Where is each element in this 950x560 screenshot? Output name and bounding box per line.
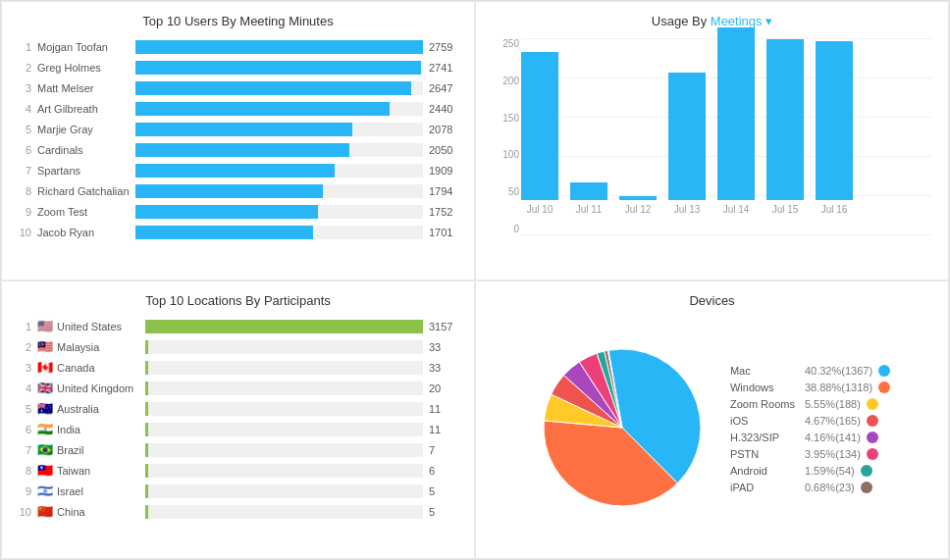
rank: 5	[18, 403, 31, 415]
usage-bar-group: Jul 11	[570, 182, 607, 215]
location-bar-row: 1 🇺🇸United States 3157	[18, 318, 458, 335]
rank: 3	[18, 362, 31, 374]
bar-chart-area: 250200150100500 Jul 10 Jul 11 Jul 12 Jul…	[492, 38, 932, 234]
legend-label: iOS	[730, 415, 799, 427]
legend-dot	[867, 448, 878, 460]
bar-track	[135, 102, 423, 116]
loc-bar-fill	[145, 361, 148, 375]
legend-dot	[867, 415, 878, 427]
country-name: 🇧🇷Brazil	[37, 442, 145, 457]
loc-bar-fill	[145, 320, 423, 333]
legend-label: Android	[730, 465, 799, 477]
bar-track	[135, 184, 423, 198]
flag-icon: 🇧🇷	[37, 442, 53, 457]
country-name: 🇦🇺Australia	[37, 401, 145, 416]
rank: 8	[18, 185, 31, 197]
legend-item: PSTN 3.95%(134)	[730, 448, 890, 460]
bar-track	[145, 382, 423, 395]
legend-item: Android 1.59%(54)	[730, 465, 890, 477]
dropdown-icon[interactable]: ▾	[765, 14, 772, 28]
location-bar-row: 9 🇮🇱Israel 5	[18, 483, 458, 500]
rank: 2	[18, 62, 31, 74]
bar-track	[135, 40, 423, 54]
devices-container: Mac 40.32%(1367) Windows 38.88%(1318) Zo…	[492, 318, 932, 542]
legend-value: 0.68%(23)	[805, 482, 855, 493]
y-axis: 250200150100500	[492, 38, 519, 234]
legend-label: Zoom Rooms	[730, 398, 799, 410]
bar-value: 1752	[429, 206, 458, 218]
legend-dot	[878, 382, 890, 393]
flag-icon: 🇮🇱	[37, 484, 53, 498]
user-name: Jacob Ryan	[37, 227, 135, 238]
legend-item: iOS 4.67%(165)	[730, 415, 890, 427]
rank: 8	[18, 465, 31, 477]
flag-icon: 🇮🇳	[37, 422, 53, 436]
legend-value: 5.55%(188)	[805, 398, 861, 410]
flag-icon: 🇹🇼	[37, 463, 53, 478]
user-bar-row: 5 Marjie Gray 2078	[18, 121, 458, 138]
bar-value: 20	[429, 382, 458, 394]
user-bar-row: 1 Mojgan Toofan 2759	[18, 38, 458, 56]
bc-chart-body: Jul 10 Jul 11 Jul 12 Jul 13 Jul 14 Jul 1…	[521, 38, 932, 234]
user-bar-row: 2 Greg Holmes 2741	[18, 59, 458, 76]
bar-value: 11	[429, 403, 458, 415]
bar-value: 2050	[429, 144, 458, 156]
bar-track	[135, 164, 423, 178]
legend-item: Windows 38.88%(1318)	[730, 382, 890, 393]
x-label: Jul 10	[527, 204, 554, 215]
usage-bar	[570, 182, 607, 200]
rank: 5	[18, 124, 31, 135]
bar-value: 3157	[429, 321, 458, 332]
legend-value: 4.67%(165)	[805, 415, 861, 427]
country-name: 🇮🇱Israel	[37, 484, 145, 498]
bar-track	[145, 505, 423, 519]
bar-value: 2647	[429, 82, 458, 94]
user-bar-row: 10 Jacob Ryan 1701	[18, 224, 458, 241]
country-name: 🇮🇳India	[37, 422, 145, 436]
location-bar-row: 4 🇬🇧United Kingdom 20	[18, 380, 458, 397]
bar-value: 2759	[429, 41, 458, 53]
legend-item: iPAD 0.68%(23)	[730, 482, 890, 493]
legend-label: iPAD	[730, 482, 799, 493]
bar-fill	[135, 40, 423, 54]
flag-icon: 🇨🇳	[37, 504, 53, 519]
x-label: Jul 13	[674, 204, 701, 215]
rank: 4	[18, 103, 31, 115]
usage-bar	[619, 196, 657, 200]
y-label: 200	[492, 76, 519, 86]
legend-dot	[867, 398, 878, 410]
usage-bar	[816, 41, 853, 200]
rank: 9	[18, 485, 31, 497]
legend-dot	[861, 465, 872, 477]
flag-icon: 🇨🇦	[37, 360, 53, 375]
user-name: Cardinals	[37, 144, 135, 156]
devices-quadrant: Devices Mac 40.32%(1367) Windows 38.88%(…	[475, 280, 949, 560]
usage-title: Usage By Meetings ▾	[492, 14, 932, 28]
loc-bar-fill	[145, 505, 148, 519]
user-name: Richard Gatchalian	[37, 185, 135, 197]
legend-value: 4.16%(141)	[805, 432, 861, 443]
country-name: 🇹🇼Taiwan	[37, 463, 145, 478]
flag-icon: 🇬🇧	[37, 381, 53, 395]
loc-bar-fill	[145, 484, 148, 498]
bar-value: 2741	[429, 62, 458, 74]
user-name: Mojgan Toofan	[37, 41, 135, 53]
legend-value: 38.88%(1318)	[805, 382, 872, 393]
rank: 1	[18, 321, 31, 332]
bar-value: 33	[429, 362, 458, 374]
location-bar-row: 10 🇨🇳China 5	[18, 503, 458, 521]
legend-label: H.323/SIP	[730, 432, 799, 443]
bar-track	[145, 484, 423, 498]
rank: 9	[18, 206, 31, 218]
bar-fill	[135, 102, 390, 116]
grid-line	[521, 234, 932, 235]
rank: 4	[18, 382, 31, 394]
usage-bars: Jul 10 Jul 11 Jul 12 Jul 13 Jul 14 Jul 1…	[521, 38, 932, 234]
bar-fill	[135, 164, 335, 178]
loc-bar-fill	[145, 340, 148, 354]
bar-value: 1909	[429, 165, 458, 177]
top-users-title: Top 10 Users By Meeting Minutes	[18, 14, 458, 28]
legend-value: 1.59%(54)	[805, 465, 855, 477]
usage-bar	[521, 52, 558, 200]
y-label: 250	[492, 38, 519, 49]
